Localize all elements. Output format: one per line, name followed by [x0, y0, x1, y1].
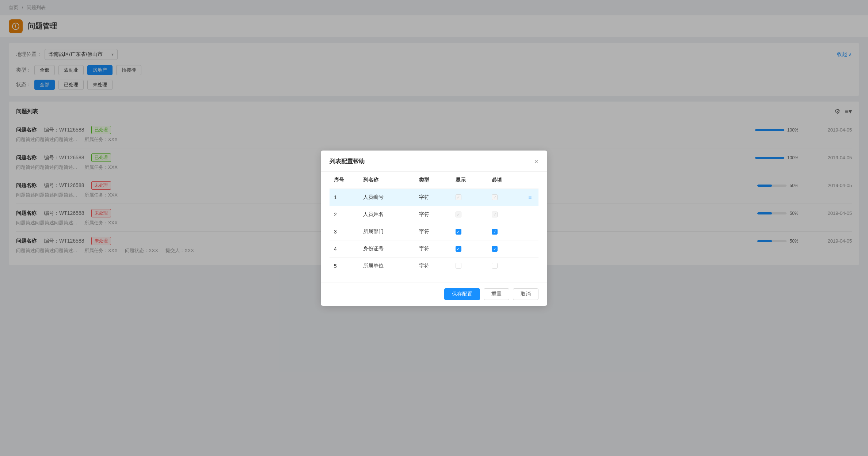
row-seq: 2: [330, 206, 359, 223]
row-required[interactable]: [487, 257, 524, 274]
config-row-3: 3 所属部门 字符 ✓ ✓: [330, 223, 538, 240]
modal-header: 列表配置帮助 ×: [321, 151, 547, 172]
row-type: 字符: [415, 223, 451, 240]
modal-overlay: 列表配置帮助 × 序号 列名称 类型 显示 必填: [0, 0, 868, 274]
checkbox-checked[interactable]: ✓: [492, 229, 498, 235]
modal-body: 序号 列名称 类型 显示 必填 1 人员编号 字符: [321, 172, 547, 274]
drag-handle-icon[interactable]: ≡: [528, 194, 532, 200]
config-row-2: 2 人员姓名 字符 ✓ ✓: [330, 206, 538, 223]
row-show[interactable]: ✓: [451, 206, 488, 223]
row-show[interactable]: ✓: [451, 223, 488, 240]
row-name: 人员编号: [359, 189, 415, 206]
row-type: 字符: [415, 240, 451, 257]
row-show[interactable]: [451, 257, 488, 274]
row-type: 字符: [415, 257, 451, 274]
row-name: 所属部门: [359, 223, 415, 240]
config-row-4: 4 身份证号 字符 ✓ ✓: [330, 240, 538, 257]
row-drag: [524, 240, 538, 257]
row-show[interactable]: ✓: [451, 189, 488, 206]
checkbox-checked[interactable]: ✓: [456, 246, 461, 252]
col-show: 显示: [451, 172, 488, 189]
config-row-5: 5 所属单位 字符: [330, 257, 538, 274]
config-row-1: 1 人员编号 字符 ✓ ✓: [330, 189, 538, 206]
row-seq: 3: [330, 223, 359, 240]
checkbox-gray[interactable]: ✓: [456, 194, 461, 200]
checkbox-gray[interactable]: ✓: [492, 194, 498, 200]
row-required[interactable]: ✓: [487, 223, 524, 240]
col-name: 列名称: [359, 172, 415, 189]
checkbox-unchecked[interactable]: [492, 263, 498, 269]
checkbox-checked[interactable]: ✓: [456, 229, 461, 235]
checkbox-gray[interactable]: ✓: [492, 212, 498, 217]
config-table: 序号 列名称 类型 显示 必填 1 人员编号 字符: [330, 172, 538, 274]
col-action: [524, 172, 538, 189]
row-required[interactable]: ✓: [487, 189, 524, 206]
row-name: 人员姓名: [359, 206, 415, 223]
row-show[interactable]: ✓: [451, 240, 488, 257]
row-name: 所属单位: [359, 257, 415, 274]
modal: 列表配置帮助 × 序号 列名称 类型 显示 必填: [321, 151, 547, 274]
col-type: 类型: [415, 172, 451, 189]
modal-title: 列表配置帮助: [330, 158, 365, 166]
col-required: 必填: [487, 172, 524, 189]
checkbox-gray[interactable]: ✓: [456, 212, 461, 217]
row-name: 身份证号: [359, 240, 415, 257]
checkbox-checked[interactable]: ✓: [492, 246, 498, 252]
row-seq: 5: [330, 257, 359, 274]
checkbox-unchecked[interactable]: [456, 263, 461, 269]
row-drag: [524, 206, 538, 223]
col-seq: 序号: [330, 172, 359, 189]
row-type: 字符: [415, 189, 451, 206]
row-required[interactable]: ✓: [487, 206, 524, 223]
row-drag[interactable]: ≡: [524, 189, 538, 206]
row-type: 字符: [415, 206, 451, 223]
row-drag: [524, 223, 538, 240]
row-seq: 4: [330, 240, 359, 257]
modal-close-button[interactable]: ×: [534, 158, 538, 165]
row-drag: [524, 257, 538, 274]
row-required[interactable]: ✓: [487, 240, 524, 257]
row-seq: 1: [330, 189, 359, 206]
